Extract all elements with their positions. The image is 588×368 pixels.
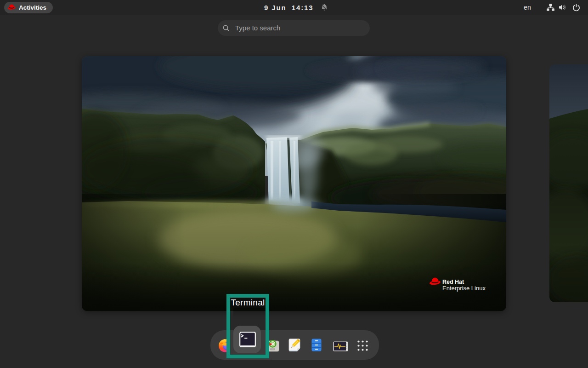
svg-text:Enterprise Linux: Enterprise Linux (442, 285, 486, 292)
